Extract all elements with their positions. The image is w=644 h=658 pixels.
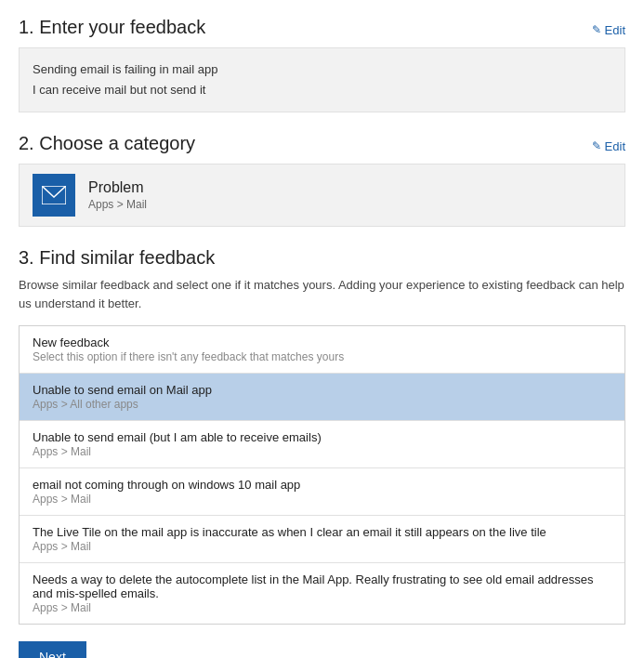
section2-header: 2. Choose a category ✎ Edit bbox=[19, 133, 625, 154]
section1-header: 1. Enter your feedback ✎ Edit bbox=[19, 17, 625, 38]
feedback-item-sub-0: Select this option if there isn't any fe… bbox=[33, 350, 611, 363]
category-box: Problem Apps > Mail bbox=[19, 164, 625, 227]
category-name: Problem bbox=[88, 179, 147, 196]
section1-title: 1. Enter your feedback bbox=[19, 17, 205, 38]
section1-edit-link[interactable]: ✎ Edit bbox=[592, 23, 625, 37]
feedback-item-title-4: The Live Tile on the mail app is inaccur… bbox=[33, 525, 611, 539]
section3-title: 3. Find similar feedback bbox=[19, 247, 625, 269]
edit-icon-1: ✎ bbox=[592, 23, 601, 36]
feedback-item-sub-1: Apps > All other apps bbox=[33, 398, 611, 411]
feedback-line-2: I can receive mail but not send it bbox=[33, 80, 611, 100]
category-info: Problem Apps > Mail bbox=[88, 179, 147, 211]
feedback-item-0[interactable]: New feedbackSelect this option if there … bbox=[20, 326, 624, 374]
edit-icon-2: ✎ bbox=[592, 139, 601, 152]
feedback-item-sub-4: Apps > Mail bbox=[33, 540, 611, 553]
section2-title: 2. Choose a category bbox=[19, 133, 195, 154]
category-path: Apps > Mail bbox=[88, 198, 147, 211]
feedback-item-title-3: email not coming through on windows 10 m… bbox=[33, 478, 611, 492]
category-icon bbox=[33, 174, 75, 217]
feedback-item-sub-3: Apps > Mail bbox=[33, 493, 611, 506]
feedback-item-3[interactable]: email not coming through on windows 10 m… bbox=[20, 468, 624, 516]
feedback-item-title-2: Unable to send email (but I am able to r… bbox=[33, 430, 611, 444]
feedback-item-sub-2: Apps > Mail bbox=[33, 445, 611, 458]
feedback-list-wrapper: New feedbackSelect this option if there … bbox=[19, 325, 625, 625]
envelope-icon bbox=[42, 186, 66, 204]
feedback-item-sub-5: Apps > Mail bbox=[33, 601, 611, 614]
section2-edit-link[interactable]: ✎ Edit bbox=[592, 139, 625, 153]
next-button[interactable]: Next bbox=[19, 641, 86, 658]
feedback-item-title-5: Needs a way to delete the autocomplete l… bbox=[33, 572, 611, 600]
feedback-item-1[interactable]: Unable to send email on Mail appApps > A… bbox=[20, 374, 624, 421]
feedback-list: New feedbackSelect this option if there … bbox=[19, 325, 625, 625]
feedback-item-2[interactable]: Unable to send email (but I am able to r… bbox=[20, 421, 624, 468]
feedback-item-4[interactable]: The Live Tile on the mail app is inaccur… bbox=[20, 516, 624, 563]
section3-description: Browse similar feedback and select one i… bbox=[19, 276, 625, 312]
feedback-item-title-0: New feedback bbox=[33, 336, 611, 349]
feedback-box: Sending email is failing in mail app I c… bbox=[19, 47, 625, 112]
feedback-item-title-1: Unable to send email on Mail app bbox=[33, 383, 611, 397]
feedback-item-5[interactable]: Needs a way to delete the autocomplete l… bbox=[20, 563, 624, 624]
feedback-line-1: Sending email is failing in mail app bbox=[33, 59, 611, 80]
